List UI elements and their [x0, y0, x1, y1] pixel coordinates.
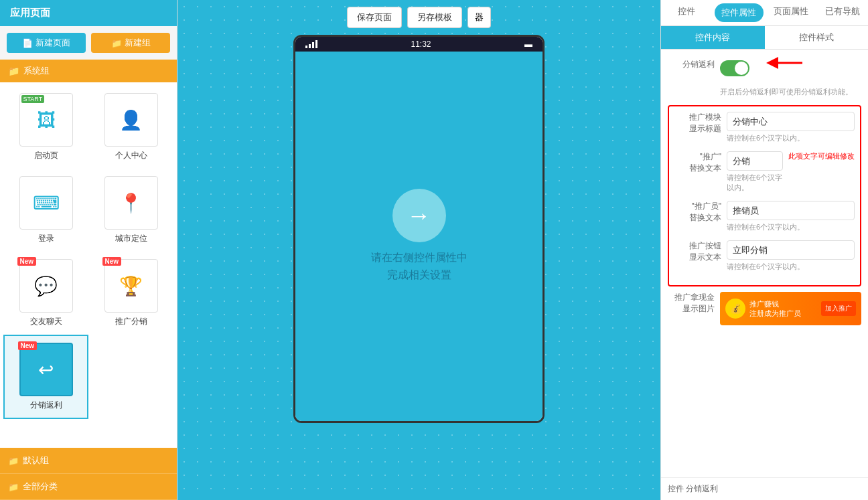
promo-module-input[interactable] — [727, 112, 855, 131]
login-icon: ⌨ — [33, 192, 60, 214]
startup-icon: 🖼 — [37, 109, 56, 131]
app-title-text: 应用页面 — [10, 7, 50, 18]
promoter-replace-hint: 请控制在6个汉字以内。 — [727, 173, 783, 193]
chat-new-badge: New — [17, 257, 37, 266]
cashback-icon: ↩ — [38, 359, 54, 381]
right-footer: 控件 分销返利 — [661, 477, 868, 500]
highlighted-section: 推广模块显示标题 请控制在6个汉字以内。 "推广"替换文本 请控制在6个汉字以内… — [668, 105, 861, 286]
promo-coin-icon: 💰 — [725, 299, 745, 319]
chat-label: 交友聊天 — [30, 316, 62, 327]
promoter-replace-label: "推广"替换文本 — [674, 151, 721, 174]
phone-time: 11:32 — [411, 39, 431, 49]
right-subtabs: 控件内容 控件样式 — [661, 26, 868, 50]
page-item-chat[interactable]: New 💬 交友聊天 — [3, 252, 88, 335]
page-grid-scroll: START 🖼 启动页 👤 个人中心 ⌨ 登录 — [0, 82, 177, 448]
promo-image-label: 推广拿现金显示图片 — [668, 292, 715, 315]
page-grid: START 🖼 启动页 👤 个人中心 ⌨ 登录 — [0, 82, 177, 422]
phone-status-bar: 11:32 ▬ — [295, 37, 542, 52]
promoter-replace-value: 请控制在6个汉字以内。 此项文字可编辑修改 — [727, 151, 855, 193]
page-icon-box-promo: New 🏆 — [104, 259, 158, 313]
page-item-promo[interactable]: New 🏆 推广分销 — [88, 252, 173, 335]
promo-btn-value: 请控制在6个汉字以内。 — [727, 240, 855, 272]
all-category-label: 全部分类 — [23, 481, 58, 493]
promo-image-text: 推广赚钱 注册成为推广员 — [749, 299, 801, 319]
phone-hint: 请在右侧控件属性中 完成相关设置 — [371, 249, 467, 283]
all-category-icon: 📁 — [8, 482, 19, 492]
promo-module-row: 推广模块显示标题 请控制在6个汉字以内。 — [674, 112, 855, 143]
login-label: 登录 — [38, 233, 54, 244]
signal-bar-2 — [309, 44, 311, 48]
toggle-row: 分销返利 — [668, 56, 861, 79]
profile-icon: 👤 — [119, 109, 143, 131]
phone-hint-line2: 完成相关设置 — [387, 269, 451, 280]
right-content: 分销返利 开启后分销返利即可使用分销返利功能。 推广 — [661, 50, 868, 477]
phone-signal — [305, 40, 317, 48]
canvas-toolbar: 保存页面 另存模板 器 — [347, 7, 491, 28]
page-item-cashback[interactable]: New ↩ 分销返利 — [3, 335, 88, 419]
cashback-toggle[interactable] — [720, 60, 749, 76]
canvas-area: 保存页面 另存模板 器 11:32 ▬ — [177, 0, 660, 500]
promoter-value: 请控制在6个汉字以内。 — [727, 201, 855, 232]
cashback-label: 分销返利 — [30, 400, 62, 411]
default-group-item[interactable]: 📁 默认组 — [0, 448, 177, 474]
page-item-login[interactable]: ⌨ 登录 — [3, 169, 88, 252]
page-icon-box-location: 📍 — [104, 176, 158, 230]
promo-btn-hint: 请控制在6个汉字以内。 — [727, 262, 855, 272]
folder-icon: 📁 — [8, 66, 19, 76]
promo-image-value: 💰 推广赚钱 注册成为推广员 加入推广 — [720, 292, 861, 325]
new-group-button[interactable]: 📁 新建组 — [91, 33, 170, 53]
promo-image-row: 推广拿现金显示图片 💰 推广赚钱 注册成为推广员 加入推广 — [668, 292, 861, 325]
all-category-item[interactable]: 📁 全部分类 — [0, 474, 177, 500]
tab-navigation[interactable]: 已有导航 — [816, 0, 868, 25]
promo-btn-input[interactable] — [727, 240, 855, 260]
tab-page-props[interactable]: 页面属性 — [766, 0, 817, 25]
default-group-label: 默认组 — [23, 454, 49, 467]
subtab-style[interactable]: 控件样式 — [765, 26, 869, 49]
promo-image-preview[interactable]: 💰 推广赚钱 注册成为推广员 加入推广 — [720, 292, 861, 325]
promoter-replace-row: "推广"替换文本 请控制在6个汉字以内。 此项文字可编辑修改 — [674, 151, 855, 193]
phone-hint-line1: 请在右侧控件属性中 — [371, 252, 467, 263]
red-arrow-svg — [766, 53, 806, 73]
promo-module-value: 请控制在6个汉字以内。 — [727, 112, 855, 143]
new-page-label: 新建页面 — [35, 37, 70, 49]
subtab-content[interactable]: 控件内容 — [661, 26, 765, 49]
tab-controls[interactable]: 控件 — [661, 0, 713, 25]
promo-label: 推广分销 — [115, 316, 147, 327]
promo-new-badge: New — [102, 257, 122, 266]
promoter-row: "推广员"替换文本 请控制在6个汉字以内。 — [674, 201, 855, 232]
new-page-icon: 📄 — [22, 38, 33, 48]
promo-module-hint: 请控制在6个汉字以内。 — [727, 133, 855, 143]
page-item-profile[interactable]: 👤 个人中心 — [88, 86, 173, 169]
save-page-button[interactable]: 保存页面 — [347, 7, 402, 28]
start-badge: START — [21, 95, 45, 103]
promoter-input[interactable] — [727, 201, 855, 220]
footer-text: 控件 分销返利 — [668, 484, 718, 493]
promo-join-btn[interactable]: 加入推广 — [821, 301, 856, 316]
phone-arrow-icon — [392, 189, 446, 242]
phone-battery: ▬ — [524, 39, 532, 49]
save-template-button[interactable]: 另存模板 — [407, 7, 462, 28]
right-tabs: 控件 控件属性 页面属性 已有导航 — [661, 0, 868, 26]
right-panel: 控件 控件属性 页面属性 已有导航 控件内容 控件样式 分销返利 — [660, 0, 868, 500]
promo-text-line1: 推广赚钱 — [749, 299, 801, 309]
profile-label: 个人中心 — [115, 150, 147, 161]
promo-module-label: 推广模块显示标题 — [674, 112, 721, 135]
tab-control-props[interactable]: 控件属性 — [715, 3, 764, 22]
promo-text-line2: 注册成为推广员 — [749, 309, 801, 318]
promoter-label: "推广员"替换文本 — [674, 201, 721, 224]
page-item-location[interactable]: 📍 城市定位 — [88, 169, 173, 252]
startup-label: 启动页 — [34, 150, 58, 161]
location-icon: 📍 — [119, 192, 143, 214]
toggle-value — [720, 56, 861, 79]
promoter-replace-input[interactable] — [727, 151, 783, 171]
page-icon-box-cashback: New ↩ — [19, 343, 73, 396]
sidebar-title: 应用页面 — [0, 0, 177, 26]
system-group-label: 系统组 — [23, 65, 50, 77]
new-page-button[interactable]: 📄 新建页面 — [7, 33, 86, 53]
promoter-hint: 请控制在6个汉字以内。 — [727, 222, 855, 232]
phone-frame: 11:32 ▬ 请在右侧控件属性中 完成相关设置 — [293, 35, 545, 423]
page-item-start[interactable]: START 🖼 启动页 — [3, 86, 88, 169]
default-group-icon: 📁 — [8, 456, 19, 466]
device-icon-button[interactable]: 器 — [467, 7, 491, 28]
promo-icon: 🏆 — [119, 275, 143, 297]
